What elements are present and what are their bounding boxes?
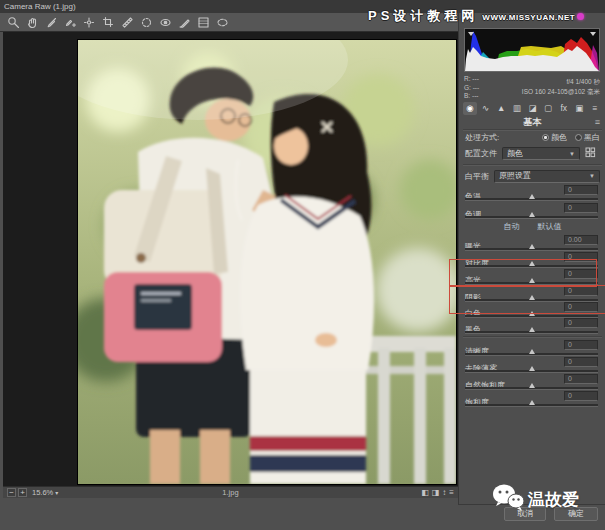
profile-row: 配置文件 颜色▼: [459, 146, 605, 161]
slider-thumb[interactable]: [529, 327, 535, 332]
slider-value-input[interactable]: 0: [564, 185, 598, 195]
slider-value-input[interactable]: 0.00: [564, 235, 598, 245]
default-link[interactable]: 默认值: [538, 222, 562, 231]
filename-label: 1.jpg: [3, 488, 458, 497]
tab-effects[interactable]: fx: [557, 102, 571, 115]
slider-dehaze: 去除薄雾 0: [459, 357, 605, 373]
panel-tabs: ◉ ∿ ▲ ▥ ◪ ▢ fx ▣ ≡: [463, 102, 602, 115]
white-balance-row: 白平衡 原照设置▼: [459, 169, 605, 183]
before-after-icon[interactable]: ◨: [432, 488, 440, 498]
histogram[interactable]: [464, 28, 600, 72]
wechat-watermark: 温故爱: [492, 483, 579, 515]
white-balance-select[interactable]: 原照设置▼: [494, 170, 600, 183]
slider-tint: 色调 0: [459, 203, 605, 219]
divider: [463, 336, 602, 338]
panel-menu-icon[interactable]: ≡: [595, 116, 600, 128]
slider-track[interactable]: [465, 387, 598, 390]
slider-track[interactable]: [465, 248, 598, 251]
slider-track[interactable]: [465, 370, 598, 373]
tab-hsl-grayscale[interactable]: ▥: [510, 102, 524, 115]
slider-thumb[interactable]: [529, 349, 535, 354]
tab-lens-corrections[interactable]: ▢: [541, 102, 555, 115]
view-controls: ◧ ◨ ↕ ≡: [421, 488, 454, 498]
profile-label: 配置文件: [465, 148, 497, 159]
image-info: R: --- G: --- B: --- f/4 1/400 秒 ISO 160…: [464, 75, 600, 101]
auto-default-links: 自动 默认值: [459, 221, 605, 232]
process-mode-label: 处理方式:: [465, 132, 499, 143]
camera-raw-window: { "window": { "title": "Camera Raw (1.jp…: [0, 0, 605, 530]
color-sampler-tool-icon[interactable]: [63, 15, 78, 29]
graduated-filter-tool-icon[interactable]: [196, 15, 211, 29]
site-watermark: PS设计教程网WWW.MISSYUAN.NET: [368, 6, 584, 25]
pink-dot-icon: [577, 13, 584, 20]
preview-image[interactable]: [78, 40, 456, 484]
window-title: Camera Raw (1.jpg): [4, 2, 76, 11]
process-mode-row: 处理方式: 颜色 黑白: [459, 131, 605, 143]
white-balance-tool-icon[interactable]: [44, 15, 59, 29]
slider-thumb[interactable]: [529, 194, 535, 199]
divider: [463, 164, 602, 166]
tab-camera-calibration[interactable]: ▣: [572, 102, 586, 115]
radio-color-icon: [542, 134, 549, 141]
slider-value-input[interactable]: 0: [564, 391, 598, 401]
panel-title: 基本 ≡: [459, 116, 605, 128]
tab-split-toning[interactable]: ◪: [526, 102, 540, 115]
wechat-name: 温故爱: [528, 488, 579, 511]
view-menu-icon[interactable]: ≡: [449, 488, 454, 498]
chevron-down-icon: ▼: [585, 170, 595, 182]
slider-thumb[interactable]: [529, 212, 535, 217]
adjustment-brush-tool-icon[interactable]: [177, 15, 192, 29]
slider-track[interactable]: [465, 216, 598, 219]
slider-track[interactable]: [465, 331, 598, 334]
annotation-highlight-box: [449, 259, 597, 287]
swap-settings-icon[interactable]: ↕: [442, 488, 446, 498]
radial-filter-tool-icon[interactable]: [215, 15, 230, 29]
radio-bw[interactable]: 黑白: [575, 132, 600, 143]
wechat-icon: [492, 483, 524, 515]
hand-tool-icon[interactable]: [25, 15, 40, 29]
tab-tone-curve[interactable]: ∿: [479, 102, 493, 115]
slider-value-input[interactable]: 0: [564, 374, 598, 384]
slider-thumb[interactable]: [529, 383, 535, 388]
slider-value-input[interactable]: 0: [564, 340, 598, 350]
white-balance-label: 白平衡: [465, 171, 489, 182]
slider-temperature: 色温 0: [459, 185, 605, 201]
preview-status-bar: − + 15.6% ▾ 1.jpg ◧ ◨ ↕ ≡: [3, 486, 458, 498]
tab-basic[interactable]: ◉: [463, 102, 477, 115]
slider-track[interactable]: [465, 404, 598, 407]
slider-thumb[interactable]: [529, 400, 535, 405]
annotation-highlight-box: [449, 285, 605, 314]
slider-value-input[interactable]: 0: [564, 318, 598, 328]
rgb-readout: R: --- G: --- B: ---: [464, 75, 502, 101]
slider-value-input[interactable]: 0: [564, 203, 598, 213]
slider-track[interactable]: [465, 353, 598, 356]
radio-bw-icon: [575, 134, 582, 141]
slider-track[interactable]: [465, 198, 598, 201]
preview-canvas: [3, 32, 458, 486]
red-eye-tool-icon[interactable]: [158, 15, 173, 29]
chevron-down-icon: ▼: [565, 148, 575, 160]
profile-browser-icon[interactable]: [585, 147, 596, 160]
slider-exposure: 曝光 0.00: [459, 235, 605, 251]
profile-select[interactable]: 颜色▼: [502, 147, 580, 160]
site-url: WWW.MISSYUAN.NET: [482, 13, 575, 22]
radio-color[interactable]: 颜色: [542, 132, 567, 143]
auto-link[interactable]: 自动: [503, 222, 519, 231]
straighten-tool-icon[interactable]: [120, 15, 135, 29]
slider-thumb[interactable]: [529, 366, 535, 371]
exif-readout: f/4 1/400 秒 ISO 160 24-105@102 毫米: [502, 75, 600, 101]
site-name: PS设计教程网: [368, 8, 478, 23]
toggle-preview-icon[interactable]: ◧: [421, 488, 429, 498]
slider-value-input[interactable]: 0: [564, 357, 598, 367]
tab-presets[interactable]: ≡: [588, 102, 602, 115]
slider-vibrance: 自然饱和度 0: [459, 374, 605, 390]
slider-thumb[interactable]: [529, 244, 535, 249]
spot-removal-tool-icon[interactable]: [139, 15, 154, 29]
targeted-adjustment-tool-icon[interactable]: [82, 15, 97, 29]
slider-saturation: 饱和度 0: [459, 391, 605, 407]
slider-clarity: 清晰度 0: [459, 340, 605, 356]
crop-tool-icon[interactable]: [101, 15, 116, 29]
zoom-tool-icon[interactable]: [6, 15, 21, 29]
slider-blacks: 黑色 0: [459, 318, 605, 334]
tab-detail[interactable]: ▲: [494, 102, 508, 115]
